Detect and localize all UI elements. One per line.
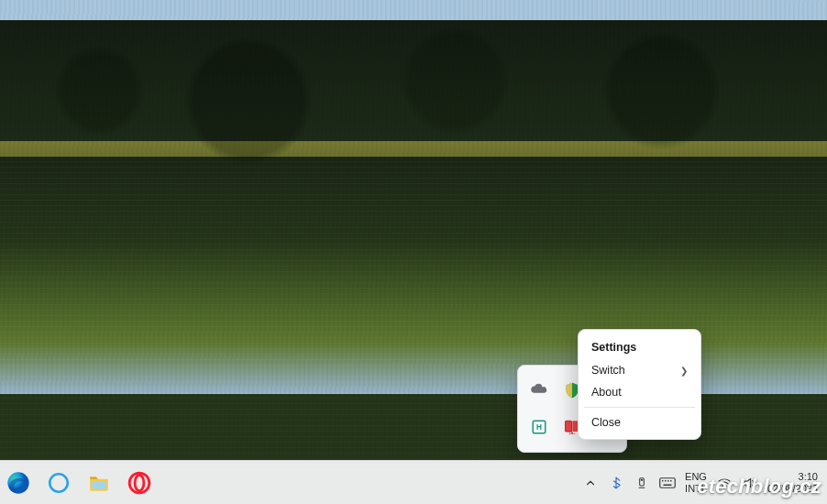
keyboard-layout: INTL [685, 483, 707, 495]
context-menu-label: Switch [591, 364, 625, 377]
svg-point-9 [50, 474, 68, 492]
tray-context-menu: Settings Switch ❯ About Close [578, 329, 701, 440]
chevron-right-icon: ❯ [680, 366, 688, 376]
svg-rect-4 [566, 421, 572, 432]
context-menu-item-switch[interactable]: Switch ❯ [579, 359, 700, 381]
taskbar-app-cortana[interactable] [40, 465, 77, 501]
clock-date: 02/08/2023 [767, 483, 818, 495]
taskbar-app-file-explorer[interactable] [81, 465, 117, 501]
onedrive-icon[interactable] [526, 378, 552, 403]
context-menu-item-close[interactable]: Close [579, 411, 700, 433]
svg-rect-16 [662, 480, 664, 482]
touch-keyboard-icon[interactable] [659, 475, 676, 491]
system-tray: ENG INTL 3:10 02/08/2023 [582, 471, 821, 495]
context-menu-header: Settings [579, 335, 700, 359]
svg-rect-20 [664, 484, 672, 486]
language-code: ENG [685, 471, 707, 483]
taskbar: ENG INTL 3:10 02/08/2023 [0, 460, 827, 504]
context-menu-item-about[interactable]: About [579, 381, 700, 403]
context-menu-label: Close [591, 416, 621, 429]
wifi-icon[interactable] [716, 475, 733, 491]
bluetooth-icon[interactable] [608, 475, 624, 491]
desktop-wallpaper [0, 0, 827, 504]
volume-icon[interactable] [742, 475, 758, 491]
svg-rect-17 [665, 480, 667, 482]
context-menu-separator [584, 407, 695, 408]
svg-text:H: H [536, 423, 542, 432]
clock-time: 3:10 [767, 471, 818, 483]
taskbar-pinned-apps [6, 465, 158, 501]
svg-rect-14 [641, 478, 643, 480]
chevron-up-icon[interactable] [582, 475, 599, 491]
usb-eject-icon[interactable] [634, 475, 650, 491]
svg-rect-10 [92, 481, 105, 488]
svg-text:1A+: 1A+ [568, 431, 576, 435]
svg-point-21 [723, 487, 725, 488]
language-indicator[interactable]: ENG INTL [685, 471, 707, 495]
svg-rect-19 [670, 480, 672, 482]
svg-rect-15 [660, 477, 676, 488]
hwinfo-icon[interactable]: H [526, 414, 552, 440]
context-menu-label: About [591, 386, 622, 399]
clock[interactable]: 3:10 02/08/2023 [767, 471, 821, 495]
taskbar-app-edge[interactable] [0, 465, 37, 501]
svg-rect-18 [667, 480, 669, 482]
svg-point-12 [135, 475, 144, 490]
taskbar-app-opera[interactable] [121, 465, 158, 501]
